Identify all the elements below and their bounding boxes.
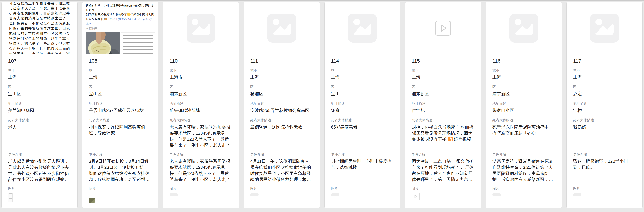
cabbage-photo <box>86 33 120 54</box>
record-id: 114 <box>331 58 394 64</box>
card-media[interactable]: 分左右联系上中华西居委会，通过微信语音确认了这一事实。由于需要保护患者家属的隐私… <box>2 2 78 54</box>
field-city: 城市 上海 <box>492 68 555 81</box>
field-address: 地址描述 江桥 <box>573 101 636 114</box>
field-event: 事件介绍 老人感染后物业街道无人跟进，导致老人在没有救援的情况下去世。另外该小区… <box>8 152 71 182</box>
field-label-event: 事件介绍 <box>573 152 636 157</box>
card-media[interactable] <box>566 2 642 54</box>
field-event: 事件介绍 4月11日上午，这位消毒防疫人员在给我们小区封控楼做消杀的时候突然晕倒… <box>250 152 313 182</box>
record-card[interactable]: 分左右联系上中华西居委会，通过微信语音确认了这一事实。由于需要保护患者家属的隐私… <box>2 2 78 208</box>
field-value-city: 上海市 <box>170 74 232 81</box>
field-value-address: 航头镇鹤沙航城 <box>170 107 232 114</box>
card-media[interactable] <box>163 2 239 54</box>
field-value-event: 封控期间因生理、心理上极度痛苦，选择跳楼 <box>331 158 394 182</box>
field-label-city: 城市 <box>573 68 636 73</box>
card-media[interactable] <box>486 2 562 54</box>
field-value-address: 丹霞山路257弄馨佳园八街坊 <box>89 107 152 114</box>
field-city: 城市 上海 <box>250 68 313 81</box>
card-media[interactable] <box>405 2 481 54</box>
field-value-address: 江桥 <box>573 107 636 114</box>
field-label-city: 城市 <box>170 68 232 73</box>
field-value-deceased: 老人患有哮喘，家属联系居委报备要求就医，12345也表示尽快，但是120依然来不… <box>170 124 232 148</box>
field-district: 区 宝山区 <box>8 85 71 97</box>
field-label-address: 地址描述 <box>170 101 232 106</box>
field-value-event: 因为凌晨十二点自杀， 很久救护车来了可能看到现场死了， 尸体留在原地，后来半夜也… <box>412 158 474 182</box>
field-label-deceased: 死者大体描述 <box>573 118 636 122</box>
field-label-address: 地址描述 <box>573 101 636 106</box>
record-card[interactable]: 116 城市 上海 区 浦东新区 地址描述 朱家门小区 死者大体描述 死于浦东医… <box>486 2 562 208</box>
attachment-thumbnail-row <box>250 193 313 204</box>
gallery-board: 分左右联系上中华西居委会，通过微信语音确认了这一事实。由于需要保护患者家属的隐私… <box>0 1 644 210</box>
field-label-address: 地址描述 <box>331 101 394 106</box>
field-event: 事件介绍 封控期间因生理、心理上极度痛苦，选择跳楼 <box>331 152 394 182</box>
field-city: 城市 上海 <box>573 68 636 81</box>
card-media[interactable] <box>324 2 400 54</box>
field-city: 城市 上海 <box>89 68 152 81</box>
photo-thumbnail[interactable] <box>89 192 95 203</box>
attachment-thumbnail-row <box>170 193 232 204</box>
record-card[interactable]: 运输有时间，为什么跟居委会的60的菜能到，还好多是烂的别的区都已经分发过几批物资… <box>82 2 158 208</box>
record-id: 117 <box>573 58 636 64</box>
field-value-district: 浦东新区 <box>170 91 232 97</box>
weibo-post-screenshot[interactable]: 运输有时间，为什么跟居委会的60的菜能到，还好多是烂的别的区都已经分发过几批物资… <box>82 2 158 54</box>
field-event: 事件介绍 父亲周嘉祖，肾衰且瘫痪在床靠血透维持生命，3.21住进第七人民医院肾病… <box>492 152 555 182</box>
field-address: 地址描述 安波路265弄兰花教师公寓南区 <box>250 101 313 114</box>
field-value-event: 昏迷，呼吸微弱，120半小时到，已晚。 <box>573 158 636 182</box>
field-label-direct: 直接信息还是间接信息 <box>89 208 152 208</box>
attachment-thumbnail-row <box>89 192 152 204</box>
empty-attachment-pill[interactable] <box>573 193 582 196</box>
video-thumbnail[interactable] <box>412 192 420 200</box>
field-label-district: 区 <box>170 85 232 89</box>
crying-face-emoji <box>127 13 130 16</box>
empty-attachment-pill[interactable] <box>492 193 501 196</box>
empty-attachment-pill[interactable] <box>170 193 178 196</box>
record-card[interactable]: 111 城市 上海 区 杨浦区 地址描述 安波路265弄兰花教师公寓南区 死者大… <box>244 2 320 208</box>
field-value-address: 美兰湖中华园 <box>8 107 71 114</box>
card-fields: 116 城市 上海 区 浦东新区 地址描述 朱家门小区 死者大体描述 死于浦东医… <box>486 54 562 208</box>
card-media[interactable] <box>244 2 320 54</box>
record-id: 116 <box>492 58 555 64</box>
field-label-city: 城市 <box>89 68 152 73</box>
card-fields: 107 城市 上海 区 宝山区 地址描述 美兰湖中华园 死者大体描述 老人 事件… <box>2 54 78 208</box>
field-direct: 直接信息还是间接信息 亲眼所见 <box>412 208 474 208</box>
empty-attachment-pill[interactable] <box>331 193 340 196</box>
screenshot-thumbnail[interactable] <box>8 192 13 202</box>
field-label-deceased: 死者大体描述 <box>492 118 555 122</box>
field-image: 图片 <box>250 186 313 204</box>
record-card[interactable]: 110 城市 上海市 区 浦东新区 地址描述 航头镇鹤沙航城 死者大体描述 老人… <box>163 2 239 208</box>
field-event: 事件介绍 因为凌晨十二点自杀， 很久救护车来了可能看到现场死了， 尸体留在原地，… <box>412 152 474 182</box>
field-value-city: 上海 <box>412 74 474 81</box>
field-value-city: 上海 <box>573 74 636 81</box>
field-value-deceased: 小区保安，连续两周高强度值班，导致猝死 <box>89 124 152 148</box>
field-value-address: 朱家门小区 <box>492 107 555 114</box>
card-media[interactable]: 运输有时间，为什么跟居委会的60的菜能到，还好多是烂的别的区都已经分发过几批物资… <box>82 2 158 54</box>
has-media-badge: 有 <box>448 137 453 141</box>
field-value-city: 上海 <box>250 74 313 81</box>
video-play-icon[interactable] <box>405 2 481 54</box>
field-value-address: 仁怡苑 <box>412 107 474 114</box>
field-value-city: 上海 <box>89 74 152 81</box>
field-image: 图片 <box>8 186 71 204</box>
field-value-event: 3月9日起开始封控，3月14日解封。3月23日又一轮封控开始，期间这位保安始终没… <box>89 158 152 182</box>
field-value-address: 铂庭 <box>331 107 394 114</box>
chat-screenshot-image[interactable]: 分左右联系上中华西居委会，通过微信语音确认了这一事实。由于需要保护患者家属的隐私… <box>2 2 78 54</box>
record-card[interactable]: 117 城市 上海 区 嘉定 地址描述 江桥 死者大体描述 我奶奶 事件介绍 昏… <box>566 2 642 208</box>
record-card[interactable]: 115 城市 上海 区 浦东新区 地址描述 仁怡苑 死者大体描述 封控，跳楼自杀… <box>405 2 481 208</box>
field-event: 事件介绍 老人患有哮喘，家属联系居委报备要求就医，12345也表示尽快，但是12… <box>170 152 232 182</box>
mention-links[interactable]: @上海发布 @上海宝山发布 ◎上海 <box>86 18 152 25</box>
field-value-district: 嘉定 <box>573 91 636 97</box>
field-value-district: 宝山区 <box>89 91 152 97</box>
field-label-direct: 直接信息还是间接信息 <box>8 208 71 208</box>
field-deceased: 死者大体描述 小区保安，连续两周高强度值班，导致猝死 <box>89 118 152 148</box>
weibo-post-images <box>86 33 155 54</box>
field-image: 图片 <box>89 186 152 204</box>
field-label-event: 事件介绍 <box>89 152 152 157</box>
field-label-deceased: 死者大体描述 <box>331 118 394 122</box>
field-label-district: 区 <box>8 85 71 89</box>
empty-attachment-pill[interactable] <box>250 193 259 196</box>
field-deceased: 死者大体描述 老人 <box>8 118 71 148</box>
field-label-city: 城市 <box>492 68 555 73</box>
field-label-deceased: 死者大体描述 <box>250 118 313 122</box>
field-label-image: 图片 <box>8 186 71 191</box>
record-card[interactable]: 114 城市 上海 区 宝山 地址描述 铂庭 死者大体描述 65岁癌症患者 事件… <box>324 2 400 208</box>
field-label-event: 事件介绍 <box>331 152 394 157</box>
